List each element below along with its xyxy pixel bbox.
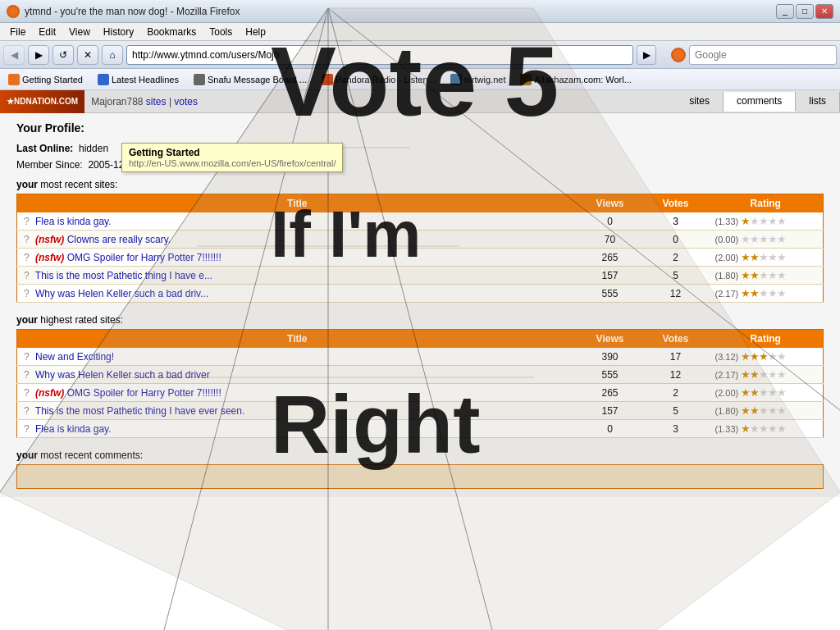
cell-views: 0 bbox=[578, 212, 643, 231]
table-row: ? This is the most Pathetic thing I have… bbox=[17, 267, 824, 285]
site-title-link[interactable]: OMG Spoiler for Harry Potter 7!!!!!!! bbox=[67, 387, 221, 399]
title-bar-left: ytmnd - you're the man now dog! - Mozill… bbox=[7, 5, 240, 18]
highest-rated-label: your highest rated sites: bbox=[16, 314, 824, 326]
bookmark-snafu[interactable]: Snafu Message Board ... bbox=[189, 73, 312, 86]
rating-number: (2.17) bbox=[715, 370, 739, 380]
forward-button[interactable]: ▶ bbox=[28, 45, 49, 65]
recent-comments-area bbox=[16, 464, 824, 489]
question-mark[interactable]: ? bbox=[24, 252, 30, 263]
question-mark[interactable]: ? bbox=[24, 423, 30, 435]
menu-bar: File Edit View History Bookmarks Tools H… bbox=[0, 23, 840, 41]
rating-number: (1.33) bbox=[715, 217, 739, 226]
question-mark[interactable]: ? bbox=[24, 405, 30, 417]
bookmark-mrtwig[interactable]: mrtwig.net bbox=[445, 73, 511, 86]
question-mark[interactable]: ? bbox=[24, 351, 30, 363]
go-button[interactable]: ▶ bbox=[637, 45, 656, 65]
menu-tools[interactable]: Tools bbox=[203, 25, 239, 39]
site-nav-tabs: sites comments lists bbox=[676, 92, 840, 112]
site-title-link[interactable]: Clowns are really scary. bbox=[67, 234, 171, 245]
cell-title: ? This is the most Pathetic thing I have… bbox=[17, 402, 578, 420]
user-row: Majoran788 sites | votes bbox=[84, 96, 204, 107]
question-mark[interactable]: ? bbox=[24, 369, 30, 381]
search-input[interactable] bbox=[689, 45, 837, 65]
menu-file[interactable]: File bbox=[3, 25, 32, 39]
cell-rating: (0.00)★★★★★ bbox=[709, 231, 824, 249]
cell-rating: (1.80)★★★★★ bbox=[709, 267, 824, 285]
bookmark-getting-started[interactable]: Getting Started bbox=[3, 73, 88, 86]
cell-views: 0 bbox=[578, 420, 643, 438]
cell-rating: (1.33)★★★★★ bbox=[709, 420, 824, 438]
member-since-label: Member Since: bbox=[16, 159, 83, 171]
table-row: ? (nsfw) OMG Spoiler for Harry Potter 7!… bbox=[17, 249, 824, 267]
cell-rating: (2.00)★★★★★ bbox=[709, 384, 824, 402]
bookmark-icon-mrtwig bbox=[450, 74, 462, 85]
cell-title: ? Flea is kinda gay. bbox=[17, 420, 578, 438]
question-mark[interactable]: ? bbox=[24, 270, 30, 281]
site-title-link[interactable]: New and Exciting! bbox=[35, 351, 114, 363]
bookmark-latest-headlines[interactable]: Latest Headlines bbox=[93, 73, 184, 86]
table-row: ? (nsfw) Clowns are really scary.700(0.0… bbox=[17, 231, 824, 249]
rating-number: (1.33) bbox=[715, 424, 739, 434]
site-title-link[interactable]: Why was Helen Keller such a bad driver bbox=[35, 369, 210, 381]
site-title-link[interactable]: OMG Spoiler for Harry Potter 7!!!!!!! bbox=[67, 252, 221, 263]
site-title-link[interactable]: This is the most Pathetic thing I have e… bbox=[35, 270, 212, 281]
rating-number: (2.17) bbox=[715, 289, 739, 299]
maximize-button[interactable]: □ bbox=[796, 4, 814, 19]
table-row: ? Flea is kinda gay.03(1.33)★★★★★ bbox=[17, 420, 824, 438]
bookmark-allakhazam[interactable]: Allakhazam.com: Worl... bbox=[515, 73, 636, 86]
nav-bar: ◀ ▶ ↺ ✕ ⌂ ▶ bbox=[0, 41, 840, 69]
site-title-link[interactable]: This is the most Pathetic thing I have e… bbox=[35, 405, 244, 417]
back-button[interactable]: ◀ bbox=[3, 45, 25, 65]
highest-rated-table: Title Views Votes Rating ? New and Excit… bbox=[16, 329, 824, 438]
url-bar[interactable] bbox=[126, 45, 633, 65]
table-row: ? New and Exciting!39017(3.12)★★★★★ bbox=[17, 348, 824, 366]
site-title-link[interactable]: Flea is kinda gay. bbox=[35, 216, 112, 227]
menu-edit[interactable]: Edit bbox=[32, 25, 62, 39]
stop-button[interactable]: ✕ bbox=[77, 45, 98, 65]
tab-lists[interactable]: lists bbox=[796, 92, 840, 112]
col-rating-2: Rating bbox=[709, 330, 824, 349]
rating-number: (1.80) bbox=[715, 271, 739, 281]
reload-button[interactable]: ↺ bbox=[52, 45, 74, 65]
bookmark-icon-allakhazam bbox=[520, 74, 532, 85]
question-mark[interactable]: ? bbox=[24, 216, 30, 227]
col-views-2: Views bbox=[578, 330, 643, 349]
home-button[interactable]: ⌂ bbox=[102, 45, 123, 65]
bookmark-icon-latest-headlines bbox=[98, 74, 109, 85]
rating-number: (1.80) bbox=[715, 406, 739, 416]
recent-sites-table: Title Views Votes Rating ? Flea is kinda… bbox=[16, 194, 824, 303]
google-icon bbox=[671, 48, 686, 62]
site-title-link[interactable]: Why was Helen Keller such a bad driv... bbox=[35, 288, 208, 299]
minimize-button[interactable]: _ bbox=[776, 4, 794, 19]
rating-number: (0.00) bbox=[715, 235, 739, 244]
col-rating-1: Rating bbox=[709, 194, 824, 213]
menu-view[interactable]: View bbox=[62, 25, 97, 39]
bookmark-tooltip: Getting Started http://en-US.www.mozilla… bbox=[121, 143, 343, 172]
col-votes-1: Votes bbox=[643, 194, 709, 213]
table-row: ? This is the most Pathetic thing I have… bbox=[17, 402, 824, 420]
table-row: ? Why was Helen Keller such a bad driv..… bbox=[17, 285, 824, 303]
tooltip-url: http://en-US.www.mozilla.com/en-US/firef… bbox=[129, 158, 336, 168]
close-button[interactable]: ✕ bbox=[815, 4, 833, 19]
menu-help[interactable]: Help bbox=[239, 25, 272, 39]
site-nav: ★NDNATION.COM Majoran788 sites | votes s… bbox=[0, 90, 840, 113]
menu-bookmarks[interactable]: Bookmarks bbox=[140, 25, 203, 39]
cell-views: 265 bbox=[578, 384, 643, 402]
tab-comments[interactable]: comments bbox=[724, 92, 796, 112]
menu-history[interactable]: History bbox=[97, 25, 140, 39]
site-logo: ★NDNATION.COM bbox=[0, 90, 84, 113]
window-controls: _ □ ✕ bbox=[776, 4, 833, 19]
question-mark[interactable]: ? bbox=[24, 234, 30, 245]
profile-heading: Your Profile: bbox=[16, 121, 824, 135]
site-title-link[interactable]: Flea is kinda gay. bbox=[35, 423, 112, 435]
question-mark[interactable]: ? bbox=[24, 387, 30, 399]
last-online-value: hidden bbox=[79, 143, 108, 154]
bookmark-pandora[interactable]: Pandora Radio - Listen... bbox=[317, 73, 441, 86]
tab-sites[interactable]: sites bbox=[676, 92, 724, 112]
table-row: ? Flea is kinda gay.03(1.33)★★★★★ bbox=[17, 212, 824, 231]
bookmark-icon-snafu bbox=[194, 74, 205, 85]
cell-title: ? Why was Helen Keller such a bad driv..… bbox=[17, 285, 578, 303]
cell-votes: 5 bbox=[643, 402, 709, 420]
question-mark[interactable]: ? bbox=[24, 288, 30, 299]
col-title-2: Title bbox=[17, 330, 578, 349]
